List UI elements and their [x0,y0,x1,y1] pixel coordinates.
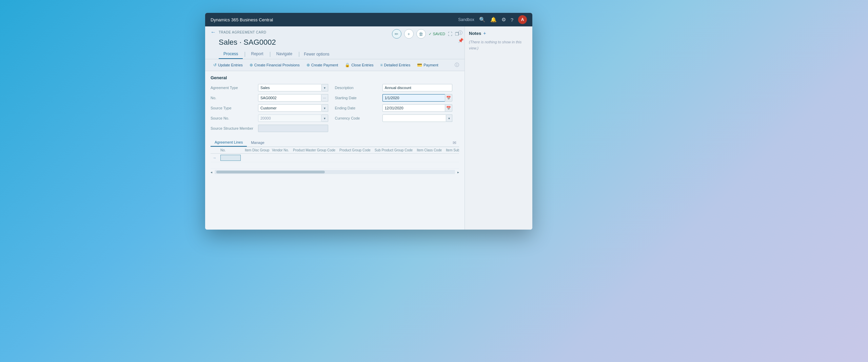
row-no-input[interactable] [220,155,241,161]
description-field [382,84,453,91]
delete-button[interactable]: 🗑 [416,29,426,39]
ending-date-row: Ending Date 📅 [335,104,453,112]
no-input[interactable] [258,94,321,102]
starting-date-input[interactable] [382,94,445,102]
create-payment-button[interactable]: ⊕ Create Payment [304,61,341,69]
description-input[interactable] [382,84,453,91]
info-panel-icon[interactable]: ⓘ [458,30,463,36]
back-button[interactable]: ← [211,29,216,35]
col-item-sub-class-header: Item Sub Class Code [444,147,459,154]
app-title: Dynamics 365 Business Central [211,17,273,22]
gear-icon[interactable]: ⚙ [501,17,506,23]
source-type-dropdown[interactable]: ▾ [322,104,328,112]
user-avatar[interactable]: A [518,15,527,24]
close-entries-button[interactable]: 🔒 Close Entries [342,61,376,69]
notes-title: Notes [469,31,481,36]
table-row: → [211,154,459,162]
source-no-input[interactable] [258,114,321,122]
detailed-entries-button[interactable]: ≡ Detailed Entries [378,61,413,69]
row-product-group-cell[interactable] [337,154,373,162]
row-product-group-input[interactable] [339,155,371,161]
starting-date-calendar-button[interactable]: 📅 [445,94,452,102]
row-sub-product-cell[interactable] [373,154,415,162]
lines-expand-icon[interactable]: ✉ [453,140,456,145]
tab-process[interactable]: Process [219,49,243,59]
source-no-label: Source No. [211,116,258,120]
col-product-master-group-header: Product Master Group Code [291,147,337,154]
update-entries-button[interactable]: ↺ Update Entries [211,61,245,69]
row-item-disc-input[interactable] [245,155,268,161]
edit-button[interactable]: ✏ [392,29,401,39]
row-no-cell[interactable] [218,154,243,162]
fewer-options-button[interactable]: Fewer options [300,50,333,59]
row-sub-product-input[interactable] [375,155,413,161]
agreement-type-label: Agreement Type [211,86,258,90]
notes-header: Notes + [469,30,528,36]
tab-report[interactable]: Report [246,49,268,59]
table-header-row: No. Item Disc Group Vendor No. [211,147,459,154]
expand-button[interactable]: ⛶ [448,31,452,37]
ending-date-label: Ending Date [335,106,382,110]
add-button[interactable]: + [404,29,414,39]
col-product-group-header: Product Group Code [337,147,373,154]
create-financial-provisions-button[interactable]: ⊕ Create Financial Provisions [247,61,302,69]
description-row: Description [335,84,453,92]
horizontal-scrollbar[interactable] [215,170,455,174]
scroll-left-button[interactable]: ◂ [211,170,212,174]
row-vendor-no-input[interactable] [272,155,289,161]
source-type-input[interactable] [258,104,322,112]
row-item-class-input[interactable] [417,155,442,161]
starting-date-row: Starting Date 📅 [335,94,453,102]
no-more-button[interactable]: ··· [321,94,328,102]
row-vendor-no-cell[interactable] [270,154,291,162]
ending-date-input[interactable] [382,104,445,112]
pin-panel-icon[interactable]: 📌 [458,38,463,43]
starting-date-field: 📅 [382,94,453,102]
currency-code-field: ▾ [382,114,453,122]
currency-code-dropdown[interactable]: ▾ [446,114,452,122]
source-no-dropdown[interactable]: ▾ [321,114,328,122]
lines-header: Agreement Lines Manage ✉ [211,139,459,147]
table-empty-row: → [211,162,459,169]
tab-navigate[interactable]: Navigate [272,49,297,59]
col-item-disc-group-header: Item Disc Group [243,147,270,154]
action-toolbar: ↺ Update Entries ⊕ Create Financial Prov… [205,59,465,71]
source-structure-member-label: Source Structure Member [211,126,258,130]
agreement-lines-tab[interactable]: Agreement Lines [211,139,247,147]
row-item-sub-class-input[interactable] [446,155,459,161]
page-header-actions: ✏ + 🗑 ✓ SAVED ⛶ ❐ [392,29,459,39]
col-no-header: No. [218,147,243,154]
ending-date-calendar-button[interactable]: 📅 [445,104,452,112]
search-icon[interactable]: 🔍 [479,17,486,23]
source-no-row: Source No. ▾ [211,114,328,122]
col-sub-product-group-header: Sub Product Group Code [373,147,415,154]
currency-code-input[interactable] [382,114,446,122]
update-entries-icon: ↺ [213,63,217,67]
no-label: No. [211,96,258,100]
agreement-type-dropdown[interactable]: ▾ [322,84,328,91]
row-item-sub-class-cell[interactable] [444,154,459,162]
row-item-class-cell[interactable] [415,154,444,162]
side-panel-toggle[interactable]: ⓘ [455,62,459,68]
source-type-label: Source Type [211,106,258,110]
source-structure-member-input[interactable] [258,125,328,132]
row-product-master-input[interactable] [293,155,335,161]
environment-badge: Sandbox [458,17,474,22]
bell-icon[interactable]: 🔔 [490,17,497,23]
notes-empty-text: (There is nothing to show in this view.) [469,40,521,50]
h-scrollbar-container: ◂ ▸ [211,170,459,174]
row-product-master-cell[interactable] [291,154,337,162]
scrollbar-thumb[interactable] [216,171,325,173]
top-nav-bar: Dynamics 365 Business Central Sandbox 🔍 … [205,13,532,26]
row-arrow-icon: → [213,156,216,160]
scroll-right-button[interactable]: ▸ [457,170,459,174]
row-item-disc-cell[interactable] [243,154,270,162]
help-icon[interactable]: ? [511,17,513,23]
notes-add-button[interactable]: + [483,30,486,36]
manage-tab[interactable]: Manage [247,139,269,146]
source-structure-member-field [258,125,328,132]
payment-icon: 💳 [417,63,422,67]
payment-button[interactable]: 💳 Payment [414,61,441,69]
agreement-type-input[interactable] [258,84,322,91]
close-entries-icon: 🔒 [345,63,350,67]
